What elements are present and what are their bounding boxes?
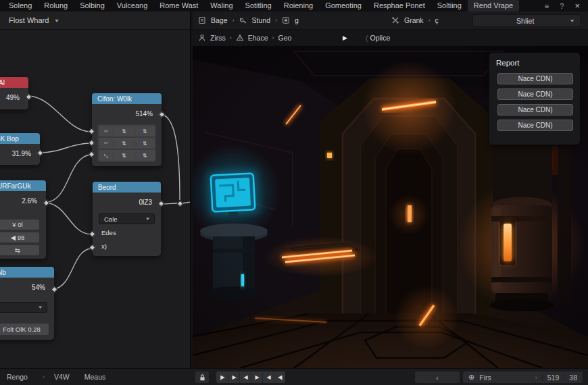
page-icon — [198, 16, 206, 24]
breadcrumb: Bage › Stund › g — [198, 11, 299, 29]
value-field[interactable]: ⇆ — [0, 245, 39, 255]
menu-item[interactable]: Gomeoting — [319, 0, 368, 11]
menu-item[interactable]: Rolung — [38, 0, 74, 11]
node-editor-header: Flost Whard ▾ — [0, 11, 190, 30]
matrix-row[interactable]: ᴬ⁷ ⇅ ⇅ — [99, 138, 155, 149]
node-cifon-matrix: ʸ⁴ ⇅ ⇅ ᴬ⁷ ⇅ ⇅ ᵇ₄ ⇅ ⇅ — [97, 124, 156, 162]
frame-forward-button[interactable]: ▶ — [251, 371, 262, 383]
node-beord-header[interactable]: Beord — [93, 182, 161, 192]
jump-start-button[interactable]: |▶ — [216, 371, 228, 383]
tool-group: Grank › ç — [391, 11, 439, 29]
menu-item[interactable]: Roiening — [278, 0, 319, 11]
node-al[interactable]: Al 49% — [0, 77, 28, 109]
nb-dropdown[interactable]: ▾ — [0, 302, 47, 313]
report-button[interactable]: Nace CDN) — [497, 88, 573, 100]
node-al-output-value[interactable]: 49% — [0, 88, 28, 103]
node-nb-output-value[interactable]: 54% — [0, 278, 54, 293]
breadcrumb-item[interactable]: Ehace — [248, 34, 268, 42]
plus-circle-icon[interactable]: ⊕ — [468, 373, 474, 382]
viewport-3d[interactable]: Report Nace CDN) Nace CDN) Nace CDN) Nac… — [193, 46, 588, 368]
breadcrumb-item[interactable]: g — [295, 16, 299, 24]
status-item[interactable]: Meaus — [84, 373, 106, 381]
window-menu-icon[interactable]: ≡ — [541, 2, 553, 10]
frame-back-button[interactable]: ◀ — [262, 371, 274, 383]
dropdown-value: Cale — [104, 215, 118, 223]
stats-value: 519 — [547, 374, 560, 382]
matrix-row[interactable]: ʸ⁴ ⇅ ⇅ — [99, 126, 155, 136]
node-al-header[interactable]: Al — [0, 77, 28, 88]
matrix-cell[interactable]: ⇅ — [114, 153, 134, 159]
menu-item[interactable]: Sotitling — [239, 0, 278, 11]
shading-value: Shliet — [479, 17, 571, 25]
node-nb-header[interactable]: Nb — [0, 267, 54, 278]
input-label: Edes — [101, 229, 116, 236]
chevron-right-icon: › — [230, 34, 232, 41]
play-reverse-button[interactable]: ◀ — [239, 371, 251, 383]
playback-controls: |▶ ▶ ◀ ▶ ◀ ◀| — [195, 371, 285, 383]
top-menu-bar: Soleng Rolung Solbing Vulceang Rome Wast… — [0, 0, 588, 11]
report-button[interactable]: Nace CDN) — [497, 73, 573, 84]
node-bkbop[interactable]: BK Bop 31.9% — [0, 133, 40, 165]
menu-item[interactable]: Solbing — [74, 0, 111, 11]
node-cifon-header[interactable]: Cifon: W0lk — [92, 93, 162, 104]
matrix-cell[interactable]: ⇅ — [134, 128, 155, 134]
node-cifon-output-value[interactable]: 514% — [92, 104, 162, 120]
menu-item[interactable]: Rome Wast — [153, 0, 204, 11]
play-button[interactable]: ▶ — [343, 30, 347, 45]
menu-item[interactable]: Resphae Ponet — [368, 0, 431, 11]
menu-item[interactable]: Soleng — [3, 0, 38, 11]
node-warguk-header[interactable]: URFarGUk — [0, 180, 46, 191]
menu-item[interactable]: Soltiing — [431, 0, 468, 11]
jump-end-button[interactable]: ◀| — [274, 371, 285, 383]
shading-dropdown[interactable]: Shliet ▾ — [472, 14, 581, 27]
mode-label[interactable]: ( Oplice — [366, 30, 390, 45]
breadcrumb-item[interactable]: Zirss — [210, 34, 226, 42]
cross-arrows-icon — [391, 16, 399, 24]
node-cifon[interactable]: Cifon: W0lk 514% ʸ⁴ ⇅ ⇅ ᴬ⁷ ⇅ ⇅ ᵇ₄ — [92, 93, 162, 166]
node-bkbop-output-value[interactable]: 31.9% — [0, 144, 40, 159]
breadcrumb-item[interactable]: Geo — [278, 34, 292, 42]
matrix-cell[interactable]: ⇅ — [114, 128, 134, 134]
breadcrumb-item[interactable]: Bage — [211, 16, 228, 24]
chevron-down-icon: ▾ — [39, 305, 43, 310]
divider — [542, 374, 543, 381]
window-controls: ≡ ? × — [541, 1, 588, 11]
report-button[interactable]: Nace CDN) — [497, 120, 573, 131]
beord-mode-dropdown[interactable]: Cale ▾ — [99, 213, 155, 224]
chevron-down-icon: ▾ — [571, 18, 574, 24]
lock-icon — [199, 374, 206, 382]
menu-item[interactable]: Rend Vrape — [468, 0, 519, 11]
node-bkbop-header[interactable]: BK Bop — [0, 133, 40, 144]
tool-extra[interactable]: ç — [435, 16, 439, 24]
node-nb[interactable]: Nb 54% ▾ Folt OlK 0.28 — [0, 267, 54, 340]
status-item[interactable]: V4W — [54, 373, 70, 381]
matrix-cell: ᴬ⁷ — [99, 141, 114, 146]
menu-item[interactable]: Waling — [204, 0, 239, 11]
back-button[interactable]: ‹ — [415, 371, 460, 383]
node-warguk-output-value[interactable]: 2.6% — [0, 191, 46, 207]
context-breadcrumb: Zirss › Ehace › Geo — [198, 30, 291, 45]
menu-item[interactable]: Vulceang — [111, 0, 153, 11]
editor-type-selector[interactable]: Flost Whard — [9, 16, 49, 24]
help-icon[interactable]: ? — [556, 2, 568, 10]
node-canvas[interactable]: Al 49% BK Bop 31.9% Cifon: W0lk 514% ʸ⁴ … — [0, 30, 190, 368]
node-beord[interactable]: Beord 0lZ3 Cale ▾ Edes x) — [93, 182, 161, 256]
value-field[interactable]: ◀ 98 — [0, 232, 39, 242]
tool-label[interactable]: Grank — [404, 16, 424, 24]
status-bar: Rengo › V4W Meaus |▶ ▶ ◀ ▶ ◀ ◀| — [0, 368, 588, 385]
mode-text: Oplice — [370, 34, 391, 42]
close-icon[interactable]: × — [570, 1, 584, 11]
matrix-cell[interactable]: ⇅ — [134, 153, 155, 159]
lock-button[interactable] — [195, 371, 209, 383]
report-button[interactable]: Nace CDN) — [497, 104, 573, 116]
matrix-cell[interactable]: ⇅ — [114, 140, 134, 147]
breadcrumb-item[interactable]: Stund — [252, 16, 270, 24]
value-field[interactable]: Folt OlK 0.28 — [0, 324, 49, 335]
play-forward-button[interactable]: ▶ — [228, 371, 239, 383]
matrix-cell[interactable]: ⇅ — [134, 140, 155, 147]
status-editor-label[interactable]: Rengo — [7, 373, 28, 381]
matrix-row[interactable]: ᵇ₄ ⇅ ⇅ — [99, 150, 155, 161]
value-field[interactable]: ¥ 0l — [0, 220, 39, 230]
node-warguk[interactable]: URFarGUk 2.6% ¥ 0l ◀ 98 ⇆ — [0, 180, 46, 259]
node-beord-output-value[interactable]: 0lZ3 — [93, 192, 161, 208]
